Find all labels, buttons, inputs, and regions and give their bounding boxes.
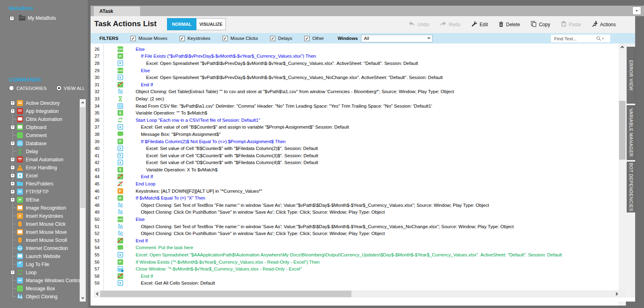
scroll-up-icon[interactable] [619, 44, 626, 51]
sidebar-item-image-recognition[interactable]: Image Recognition [0, 204, 79, 212]
action-row[interactable]: 46FKeystrokes: [ALT DOWN][F2][ALT UP] in… [91, 187, 619, 195]
checkbox-checked-icon[interactable]: ✓ [304, 36, 310, 41]
sidebar-item-insert-mouse-click[interactable]: Insert Mouse Click [0, 220, 79, 228]
action-row[interactable]: 45End Loop [91, 180, 619, 187]
sidebar-item-my-metabots[interactable]: + My MetaBots [10, 15, 56, 21]
action-row[interactable]: 48Object Cloning: Set Text of TextBox "F… [91, 202, 619, 209]
side-tab-error-view[interactable]: ERROR VIEW [627, 47, 635, 104]
expand-plus-icon[interactable]: + [10, 198, 15, 202]
sidebar-item-comment[interactable]: Comment [0, 131, 79, 139]
sidebar-item-ftp-sftp[interactable]: +FTP/SFTP [0, 188, 79, 196]
checkbox-checked-icon[interactable]: ✓ [270, 36, 275, 41]
sidebar-item-launch-website[interactable]: Launch Website [0, 252, 79, 260]
sidebar-item-clipboard[interactable]: +Clipboard [0, 123, 79, 131]
horizontal-scrollbar-thumb[interactable] [100, 291, 351, 297]
visualize-button[interactable]: VISUALIZE [196, 18, 226, 30]
action-row[interactable]: 38Message Box: "$Prompt-Assignment$" [91, 131, 619, 138]
sidebar-item-if-else[interactable]: +IFIf/Else [0, 196, 79, 204]
action-row[interactable]: 55XExcel: Open Spreadsheet "$AAApplicati… [91, 251, 619, 258]
action-row[interactable]: 33Delay: (2 sec) [91, 95, 619, 102]
action-row[interactable]: 57Close Window: "*-$vMonth$-$vYear$_Curr… [91, 265, 619, 273]
sidebar-item-manage-windows-controls[interactable]: Manage Windows Controls [0, 277, 79, 285]
tab-list-dropdown-icon[interactable]: ▼ [632, 6, 641, 15]
action-row[interactable]: 37XExcel: Get value of cell "B$Counter$"… [91, 124, 619, 131]
sidebar-item-log-to-file[interactable]: Log To File [0, 260, 79, 268]
horizontal-scrollbar[interactable] [94, 290, 626, 298]
sidebar-item-insert-mouse-scroll[interactable]: Insert Mouse Scroll [0, 236, 79, 244]
search-options-dropdown-icon[interactable]: ▼ [602, 37, 604, 40]
expand-plus-icon[interactable]: + [10, 165, 15, 170]
action-row[interactable]: 59XExcel: Get All Cells Session: Default [91, 280, 619, 287]
expand-plus-icon[interactable]: + [10, 173, 15, 178]
action-row[interactable]: 52Object Cloning: Click On PushButton "S… [91, 230, 619, 237]
sidebar-item-error-handling[interactable]: +Error Handling [0, 164, 79, 172]
expand-plus-icon[interactable]: + [10, 270, 15, 275]
sidebar-item-loop[interactable]: +Loop [0, 268, 79, 277]
search-icon[interactable] [596, 36, 601, 41]
radio-view-all[interactable]: VIEW ALL [56, 85, 85, 91]
sidebar-scrollbar[interactable] [80, 99, 86, 302]
vertical-scrollbar-thumb[interactable] [619, 101, 625, 160]
scroll-up-icon[interactable] [80, 100, 85, 106]
action-row[interactable]: 41XExcel: Set value of Cell "C$Counter$"… [91, 152, 619, 159]
normal-button[interactable]: NORMAL [167, 18, 196, 30]
checkbox-checked-icon[interactable]: ✓ [180, 36, 185, 41]
actions-button[interactable]: Actions [592, 21, 616, 28]
action-row[interactable]: 26ELSEElse [91, 46, 619, 53]
sidebar-item-message-box[interactable]: Message Box [0, 285, 79, 293]
scroll-right-icon[interactable] [613, 290, 619, 298]
action-row[interactable]: 39IFIf $Filedata Column(2)$ Not Equal To… [91, 138, 619, 145]
action-row[interactable]: 44IFEnd If [91, 173, 619, 181]
sidebar-item-app-integration[interactable]: +App Integration [0, 107, 79, 115]
checkbox-checked-icon[interactable]: ✓ [130, 36, 136, 41]
sidebar-item-citrix-automation[interactable]: Citrix Automation [0, 115, 79, 123]
side-tab-bot-dependencies[interactable]: BOT DEPENDENCIES [627, 162, 635, 212]
radio-icon[interactable] [9, 85, 14, 91]
action-row[interactable]: 32Object Cloning: Get Table(Extract Tabl… [91, 88, 619, 96]
action-row[interactable]: 29ELSEElse [91, 67, 619, 74]
action-row[interactable]: 47IFIf $vMatch$ Equal To (=) "X" Then [91, 194, 619, 202]
sidebar-item-files-folders[interactable]: +Files/Folders [0, 180, 79, 188]
sidebar-item-insert-keystrokes[interactable]: FInsert Keystrokes [0, 212, 79, 220]
sidebar-item-internet-connection[interactable]: Internet Connection [0, 244, 79, 252]
sidebar-item-insert-mouse-move[interactable]: Insert Mouse Move [0, 228, 79, 236]
expand-plus-icon[interactable]: + [10, 181, 15, 186]
sidebar-scrollbar-thumb[interactable] [80, 107, 85, 208]
action-row[interactable]: 36Start Loop "Each row in a CSV/Text fil… [91, 117, 619, 124]
expand-plus-icon[interactable]: + [10, 101, 15, 105]
action-row[interactable]: 31IFEnd If [91, 81, 619, 88]
find-text-input[interactable] [554, 36, 596, 41]
action-row[interactable]: 30XExcel: Open Spreadsheet "$vPath$\$vPr… [91, 74, 619, 81]
sidebar-item-excel[interactable]: +XExcel [0, 172, 79, 180]
action-row[interactable]: 49Object Cloning: Click On PushButton "S… [91, 209, 619, 216]
action-row[interactable]: 56IFIf Window Exists ("*-$vMonth$-$vYear… [91, 258, 619, 266]
action-row[interactable]: 54Comment: Put the task here [91, 244, 619, 252]
action-row[interactable]: 43$Variable Operation: X To $vMatch$ [91, 166, 619, 173]
delete-button[interactable]: Delete [499, 21, 520, 28]
expand-plus-icon[interactable]: + [10, 157, 15, 162]
scroll-down-icon[interactable] [80, 295, 85, 300]
expand-plus-icon[interactable]: + [10, 189, 15, 194]
expand-plus-icon[interactable]: + [10, 109, 15, 113]
action-row[interactable]: 28XExcel: Open Spreadsheet "$vPath$\$vPr… [91, 60, 619, 67]
sidebar-item-delay[interactable]: Delay [0, 148, 79, 156]
sidebar-item-database[interactable]: +Database [0, 139, 79, 148]
action-row[interactable]: 42XExcel: Set value of Cell "D$Counter$"… [91, 159, 619, 166]
expand-plus-icon[interactable]: + [10, 16, 14, 21]
sidebar-item-email-automation[interactable]: +Email Automation [0, 156, 79, 164]
expand-plus-icon[interactable]: + [10, 125, 15, 129]
expand-plus-icon[interactable]: + [10, 141, 15, 146]
action-row[interactable]: 50ELSEElse [91, 216, 619, 223]
checkbox-checked-icon[interactable]: ✓ [223, 36, 228, 41]
windows-dropdown[interactable]: All [361, 35, 433, 42]
edit-button[interactable]: Edit [471, 21, 488, 28]
action-row[interactable]: 40XExcel: Set value of Cell "B$Counter$"… [91, 145, 619, 152]
radio-selected-icon[interactable] [56, 85, 62, 91]
vertical-scrollbar[interactable] [619, 44, 626, 306]
copy-button[interactable]: Copy [531, 21, 550, 28]
action-row[interactable]: 58IFEnd If [91, 273, 619, 280]
action-row[interactable]: 35$Variable Operation: "" To $vMatch$ [91, 109, 619, 117]
action-row[interactable]: 27IFIf File Exists ("$vPath$\$vPrevDay$-… [91, 53, 619, 60]
side-tab-variable-manager[interactable]: VARIABLE MANAGER [627, 105, 635, 160]
radio-categories[interactable]: CATEGORIES [9, 85, 47, 91]
